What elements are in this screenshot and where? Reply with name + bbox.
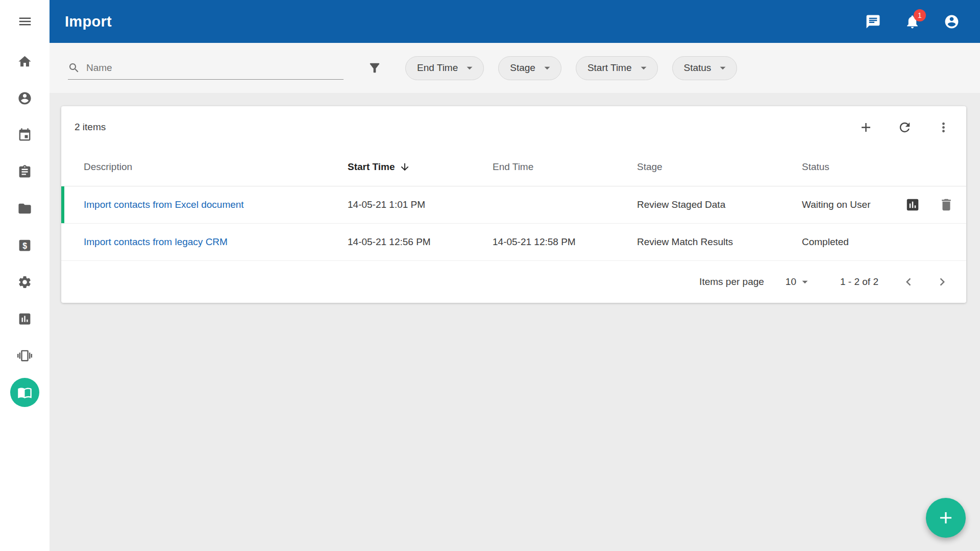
sidebar-item-settings[interactable]	[0, 263, 50, 300]
import-list-card: 2 items Description	[61, 106, 966, 303]
home-icon	[17, 54, 32, 69]
refresh-button[interactable]	[897, 120, 912, 135]
active-item-indicator	[10, 378, 39, 407]
trash-icon	[939, 197, 954, 212]
filter-chip-label: End Time	[417, 62, 458, 74]
add-import-button[interactable]	[859, 120, 873, 135]
person-icon	[17, 91, 32, 106]
items-per-page-value: 10	[786, 276, 796, 288]
card-toolbar-actions	[859, 120, 951, 135]
items-count: 2 items	[75, 122, 106, 133]
column-header-status[interactable]: Status	[802, 161, 894, 173]
sidebar-item-reports[interactable]	[0, 300, 50, 337]
chevron-down-icon	[541, 61, 554, 75]
notifications-button[interactable]: 1	[904, 14, 920, 30]
app-root: $ Import 1	[0, 0, 980, 551]
next-page-button[interactable]	[935, 274, 950, 290]
more-options-button[interactable]	[936, 120, 951, 135]
column-header-start-time[interactable]: Start Time	[348, 161, 493, 173]
calendar-icon	[17, 128, 32, 142]
card-toolbar: 2 items	[61, 106, 966, 148]
sidebar: $	[0, 0, 50, 551]
sidebar-item-phone[interactable]	[0, 337, 50, 374]
table-row: Import contacts from Excel document 14-0…	[61, 186, 966, 224]
pagination-bar: Items per page 10 1 - 2 of 2	[61, 261, 966, 303]
cell-stage: Review Match Results	[637, 236, 802, 248]
content-area: 2 items Description	[50, 93, 980, 303]
svg-text:$: $	[22, 241, 27, 250]
main-area: Import 1	[50, 0, 980, 551]
column-label: Status	[802, 161, 829, 173]
table-row: Import contacts from legacy CRM 14-05-21…	[61, 224, 966, 261]
cell-end-time: 14-05-21 12:58 PM	[493, 236, 637, 248]
filter-chip-end-time[interactable]: End Time	[405, 56, 484, 80]
chevron-down-icon	[637, 61, 650, 75]
table-header-row: Description Start Time End Time Stage St…	[61, 148, 966, 186]
notification-badge: 1	[914, 9, 926, 21]
column-label: Stage	[637, 161, 663, 173]
bar-chart-icon	[905, 197, 920, 212]
sidebar-item-sales[interactable]: $	[0, 227, 50, 263]
filter-chips: End Time Stage Start Time Status	[405, 56, 737, 80]
account-button[interactable]	[944, 14, 960, 30]
plus-icon	[859, 120, 873, 135]
sidebar-item-calendar[interactable]	[0, 116, 50, 153]
sidebar-item-files[interactable]	[0, 190, 50, 227]
sidebar-item-home[interactable]	[0, 43, 50, 80]
sidebar-item-import[interactable]	[0, 374, 50, 411]
clipboard-icon	[17, 164, 32, 179]
row-actions	[894, 197, 966, 212]
sort-descending-arrow-icon	[399, 161, 410, 173]
cell-status: Completed	[802, 236, 894, 248]
folder-icon	[17, 201, 32, 216]
open-book-icon	[17, 385, 32, 400]
chevron-left-icon	[901, 274, 916, 290]
column-header-stage[interactable]: Stage	[637, 161, 802, 173]
page-title: Import	[65, 13, 112, 30]
items-per-page-label: Items per page	[699, 276, 764, 288]
fab-add-button[interactable]	[926, 498, 966, 538]
cell-stage: Review Staged Data	[637, 199, 802, 210]
cell-start-time: 14-05-21 1:01 PM	[348, 199, 493, 210]
chevron-down-icon	[798, 275, 812, 289]
items-per-page-select[interactable]: 10	[786, 275, 812, 289]
filter-bar: End Time Stage Start Time Status	[50, 43, 980, 93]
cell-start-time: 14-05-21 12:56 PM	[348, 236, 493, 248]
sidebar-item-contacts[interactable]	[0, 80, 50, 116]
account-circle-icon	[944, 14, 960, 30]
kebab-menu-icon	[936, 120, 951, 135]
row-stats-button[interactable]	[905, 197, 920, 212]
filter-chip-start-time[interactable]: Start Time	[576, 56, 658, 80]
currency-icon: $	[17, 238, 32, 253]
column-label: Description	[84, 161, 132, 173]
column-header-end-time[interactable]: End Time	[493, 161, 637, 173]
filter-chip-label: Status	[684, 62, 712, 74]
funnel-icon	[368, 61, 382, 75]
chat-button[interactable]	[865, 14, 881, 30]
sidebar-item-tasks[interactable]	[0, 153, 50, 190]
cell-status: Waiting on User	[802, 199, 894, 210]
previous-page-button[interactable]	[901, 274, 916, 290]
vibration-icon	[17, 348, 32, 363]
import-description-link[interactable]: Import contacts from legacy CRM	[84, 236, 228, 247]
row-delete-button[interactable]	[939, 197, 954, 212]
search-field	[68, 56, 344, 80]
column-header-description[interactable]: Description	[84, 161, 348, 173]
filter-chip-label: Stage	[510, 62, 535, 74]
menu-button[interactable]	[0, 0, 50, 43]
chat-icon	[865, 14, 881, 30]
hamburger-menu-icon	[17, 14, 33, 29]
refresh-icon	[897, 120, 912, 135]
gear-icon	[17, 275, 32, 290]
column-label: End Time	[493, 161, 533, 173]
chevron-right-icon	[935, 274, 950, 290]
import-description-link[interactable]: Import contacts from Excel document	[84, 199, 244, 210]
bar-chart-icon	[17, 312, 32, 326]
header-actions: 1	[865, 14, 960, 30]
filter-button[interactable]	[368, 61, 382, 75]
filter-chip-stage[interactable]: Stage	[498, 56, 561, 80]
chevron-down-icon	[716, 61, 729, 75]
search-input[interactable]	[86, 62, 344, 74]
filter-chip-label: Start Time	[587, 62, 632, 74]
filter-chip-status[interactable]: Status	[672, 56, 738, 80]
